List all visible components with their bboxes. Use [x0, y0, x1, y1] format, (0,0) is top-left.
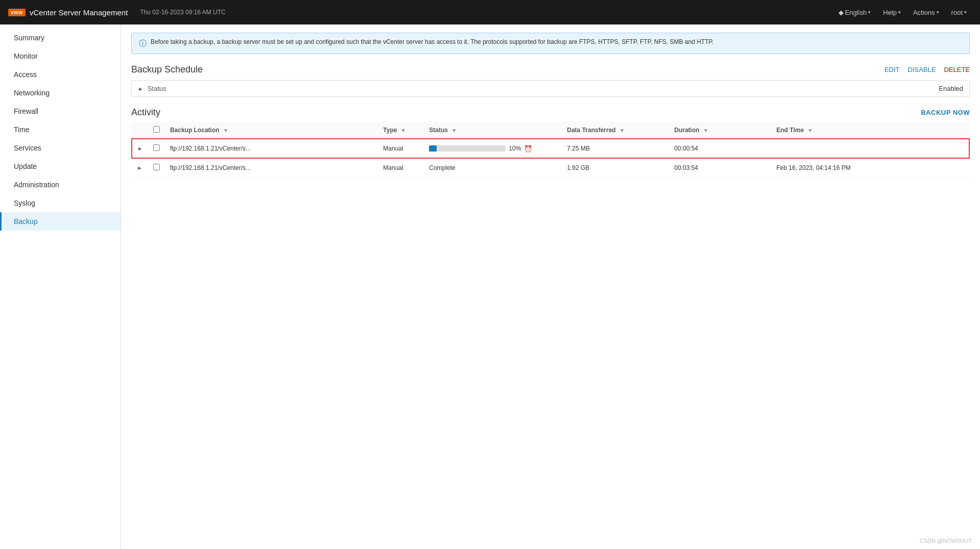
- info-banner-text: Before taking a backup, a backup server …: [151, 38, 713, 45]
- user-label: root: [951, 9, 963, 16]
- activity-table: Backup Location ▼ Type ▼ Status ▼ Data T…: [131, 122, 970, 178]
- sidebar-item-time[interactable]: Time: [0, 120, 121, 139]
- status-label: Status: [148, 85, 935, 92]
- row1-type: Manual: [378, 139, 424, 158]
- row2-duration: 00:03:54: [669, 158, 771, 178]
- row1-status: 10% ⏰: [424, 139, 562, 158]
- row2-duration-text: 00:03:54: [674, 164, 698, 171]
- row1-location-text: ftp://192.168.1.21/vCenter/s...: [170, 145, 251, 152]
- row1-select-checkbox[interactable]: [153, 144, 160, 151]
- row2-type: Manual: [378, 158, 424, 178]
- backup-schedule-title: Backup Schedule: [131, 64, 203, 75]
- info-icon: ⓘ: [139, 39, 147, 48]
- sidebar-item-administration[interactable]: Administration: [0, 176, 121, 194]
- language-caret: ▾: [868, 10, 871, 15]
- app-title: vCenter Server Management: [30, 8, 128, 17]
- col-location-header: Backup Location ▼: [165, 122, 378, 139]
- type-filter-icon[interactable]: ▼: [401, 128, 406, 133]
- row2-status: Complete: [424, 158, 562, 178]
- help-button[interactable]: Help ▾: [878, 7, 906, 18]
- row1-progress-clock-icon: ⏰: [524, 145, 532, 153]
- sidebar-item-monitor[interactable]: Monitor: [0, 47, 121, 65]
- data-filter-icon[interactable]: ▼: [619, 128, 625, 133]
- user-caret: ▾: [964, 10, 967, 15]
- main-content: ⓘ Before taking a backup, a backup serve…: [121, 24, 980, 549]
- row1-data: 7.25 MB: [562, 139, 669, 158]
- sidebar-item-summary[interactable]: Summary: [0, 29, 121, 47]
- edit-button[interactable]: EDIT: [885, 66, 900, 73]
- location-filter-icon[interactable]: ▼: [223, 128, 228, 133]
- row2-data-text: 1.92 GB: [567, 164, 589, 171]
- col-status-label: Status: [429, 127, 448, 134]
- row1-location: ftp://192.168.1.21/vCenter/s...: [165, 139, 378, 158]
- table-row-1: ► ftp://192.168.1.21/vCenter/s... Manual: [132, 139, 969, 158]
- col-checkbox-header: [148, 122, 165, 139]
- row1-progress-container: 10% ⏰: [429, 145, 557, 153]
- sidebar-item-backup[interactable]: Backup: [0, 212, 121, 231]
- help-caret: ▾: [898, 10, 901, 15]
- language-button[interactable]: ◆ English ▾: [833, 7, 876, 18]
- row2-checkbox[interactable]: [148, 158, 165, 178]
- vmware-logo: vmw: [8, 9, 26, 16]
- col-duration-header: Duration ▼: [669, 122, 771, 139]
- backup-now-button[interactable]: BACKUP NOW: [921, 109, 970, 116]
- sidebar-item-access[interactable]: Access: [0, 65, 121, 84]
- row1-progress-bar-bg: [429, 145, 506, 152]
- top-navigation: vmw vCenter Server Management Thu 02-16-…: [0, 0, 980, 24]
- sidebar: Summary Monitor Access Networking Firewa…: [0, 24, 121, 549]
- help-label: Help: [883, 9, 897, 16]
- col-duration-label: Duration: [674, 127, 699, 134]
- row1-endtime: [771, 139, 969, 158]
- activity-header: Activity BACKUP NOW: [131, 107, 970, 118]
- datetime-display: Thu 02-16-2023 09:16 AM UTC: [140, 9, 225, 16]
- row1-progress-bar-fill: [429, 145, 437, 152]
- row2-endtime: Feb 16, 2023, 04:14:16 PM: [771, 158, 969, 178]
- sidebar-item-update[interactable]: Update: [0, 157, 121, 176]
- row2-expand[interactable]: ►: [132, 158, 148, 178]
- col-status-header: Status ▼: [424, 122, 562, 139]
- status-value: Enabled: [939, 85, 963, 92]
- row1-data-text: 7.25 MB: [567, 145, 590, 152]
- actions-button[interactable]: Actions ▾: [908, 7, 944, 18]
- row2-data: 1.92 GB: [562, 158, 669, 178]
- row1-chevron-icon[interactable]: ►: [137, 145, 143, 152]
- row1-progress-text: 10%: [509, 145, 521, 152]
- status-filter-icon[interactable]: ▼: [451, 128, 457, 133]
- row1-expand[interactable]: ►: [132, 139, 148, 158]
- col-data-label: Data Transferred: [567, 127, 615, 134]
- main-layout: Summary Monitor Access Networking Firewa…: [0, 24, 980, 549]
- row1-duration: 00:00:54: [669, 139, 771, 158]
- row1-type-text: Manual: [383, 145, 403, 152]
- backup-schedule-actions: EDIT DISABLE DELETE: [885, 66, 970, 73]
- row2-status-text: Complete: [429, 164, 455, 171]
- backup-schedule-header: Backup Schedule EDIT DISABLE DELETE: [131, 64, 970, 75]
- sidebar-item-firewall[interactable]: Firewall: [0, 102, 121, 120]
- col-endtime-header: End Time ▼: [771, 122, 969, 139]
- sidebar-item-networking[interactable]: Networking: [0, 84, 121, 102]
- table-row-2: ► ftp://192.168.1.21/vCenter/s... Manual…: [132, 158, 969, 178]
- actions-label: Actions: [913, 9, 935, 16]
- info-banner: ⓘ Before taking a backup, a backup serve…: [131, 33, 970, 54]
- table-header-row: Backup Location ▼ Type ▼ Status ▼ Data T…: [132, 122, 969, 139]
- actions-caret: ▾: [937, 10, 939, 15]
- endtime-filter-icon[interactable]: ▼: [807, 128, 812, 133]
- user-button[interactable]: root ▾: [946, 7, 972, 18]
- row2-chevron-icon[interactable]: ►: [137, 165, 142, 171]
- delete-button[interactable]: DELETE: [944, 66, 970, 73]
- footer-watermark: CSDN @NOWSHUT: [920, 538, 972, 544]
- row1-checkbox[interactable]: [148, 139, 165, 158]
- row2-location-text: ftp://192.168.1.21/vCenter/s...: [170, 164, 251, 171]
- col-location-label: Backup Location: [170, 127, 220, 134]
- duration-filter-icon[interactable]: ▼: [703, 128, 708, 133]
- sidebar-item-services[interactable]: Services: [0, 139, 121, 157]
- col-endtime-label: End Time: [776, 127, 804, 134]
- activity-title: Activity: [131, 107, 160, 118]
- sidebar-item-syslog[interactable]: Syslog: [0, 194, 121, 212]
- language-label: English: [845, 9, 867, 16]
- disable-button[interactable]: DISABLE: [908, 66, 936, 73]
- select-all-checkbox[interactable]: [153, 126, 160, 133]
- row2-location: ftp://192.168.1.21/vCenter/s...: [165, 158, 378, 178]
- row2-select-checkbox[interactable]: [153, 164, 160, 170]
- topnav-right-section: ◆ English ▾ Help ▾ Actions ▾ root ▾: [833, 7, 972, 18]
- status-chevron-icon[interactable]: ►: [138, 86, 144, 92]
